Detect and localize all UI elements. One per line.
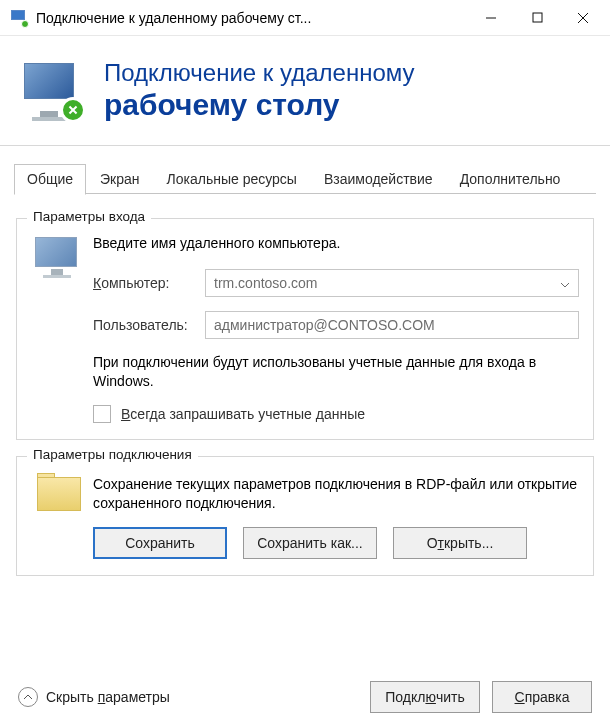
user-textbox[interactable]: администратор@CONTOSO.COM	[205, 311, 579, 339]
always-ask-credentials-checkbox[interactable]	[93, 405, 111, 423]
close-button[interactable]	[560, 2, 606, 34]
header-line1: Подключение к удаленному	[104, 60, 415, 86]
tab-display[interactable]: Экран	[87, 164, 153, 194]
tab-local-resources[interactable]: Локальные ресурсы	[154, 164, 310, 194]
save-as-button[interactable]: Сохранить как...	[243, 527, 377, 559]
computer-value: trm.contoso.com	[214, 275, 317, 291]
window-title: Подключение к удаленному рабочему ст...	[36, 10, 468, 26]
dialog-header: Подключение к удаленному рабочему столу	[0, 36, 610, 146]
tab-experience[interactable]: Взаимодействие	[311, 164, 446, 194]
connection-group-title: Параметры подключения	[27, 447, 198, 462]
bottom-bar: Скрыть параметры Подключить Справка	[0, 668, 610, 726]
maximize-button[interactable]	[514, 2, 560, 34]
computer-icon	[31, 233, 93, 423]
login-instruction: Введите имя удаленного компьютера.	[93, 235, 579, 251]
titlebar: Подключение к удаленному рабочему ст...	[0, 0, 610, 36]
header-text: Подключение к удаленному рабочему столу	[104, 60, 415, 121]
header-line2: рабочему столу	[104, 88, 415, 121]
tab-general[interactable]: Общие	[14, 164, 86, 195]
connect-button[interactable]: Подключить	[370, 681, 480, 713]
computer-combobox[interactable]: trm.contoso.com	[205, 269, 579, 297]
always-ask-credentials-label: Всегда запрашивать учетные данные	[121, 406, 365, 422]
connection-settings-group: Параметры подключения Сохранение текущих…	[16, 456, 594, 576]
chevron-down-icon	[560, 275, 570, 291]
computer-label: Компьютер:	[93, 275, 205, 291]
tab-advanced[interactable]: Дополнительно	[447, 164, 574, 194]
rdc-title-icon	[10, 9, 28, 27]
help-button[interactable]: Справка	[492, 681, 592, 713]
rdc-header-icon	[18, 55, 90, 127]
svg-rect-1	[533, 13, 542, 22]
hide-options-toggle[interactable]: Скрыть параметры	[18, 687, 170, 707]
credentials-hint: При подключении будут использованы учетн…	[93, 353, 579, 391]
open-button[interactable]: Открыть...	[393, 527, 527, 559]
user-label: Пользователь:	[93, 317, 205, 333]
tab-content: Параметры входа Введите имя удаленного к…	[0, 194, 610, 576]
login-settings-group: Параметры входа Введите имя удаленного к…	[16, 218, 594, 440]
minimize-button[interactable]	[468, 2, 514, 34]
hide-options-label: Скрыть параметры	[46, 689, 170, 705]
save-button[interactable]: Сохранить	[93, 527, 227, 559]
folder-icon	[31, 471, 93, 559]
tabstrip: Общие Экран Локальные ресурсы Взаимодейс…	[0, 146, 610, 194]
chevron-up-icon	[18, 687, 38, 707]
connection-description: Сохранение текущих параметров подключени…	[93, 475, 579, 513]
login-group-title: Параметры входа	[27, 209, 151, 224]
user-value: администратор@CONTOSO.COM	[214, 317, 435, 333]
